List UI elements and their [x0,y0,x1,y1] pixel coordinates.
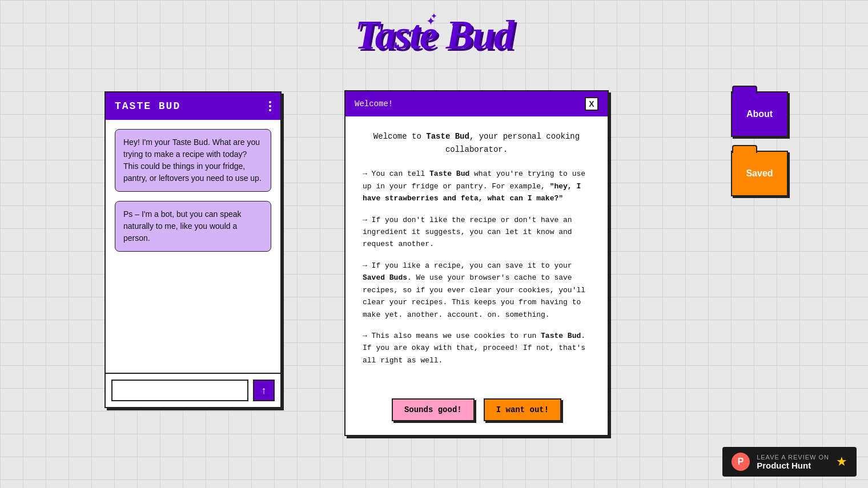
send-button[interactable]: ↑ [253,380,275,401]
saved-folder-button[interactable]: Saved [731,151,788,196]
message-2: Ps – I'm a bot, but you can speak natura… [115,201,271,252]
chat-title: TASTE BUD [115,100,180,112]
modal-header: Welcome! X [345,91,608,116]
modal-para-1: → You can tell Taste Bud what you're try… [363,168,590,204]
modal-title: Welcome! [355,99,393,108]
chat-messages: Hey! I'm your Taste Bud. What are you tr… [106,120,280,373]
menu-dot-1 [269,101,271,103]
product-hunt-top-text: LEAVE A REVIEW ON [757,454,829,461]
modal-welcome-title: Welcome to Taste Bud, your personal cook… [363,130,590,156]
sounds-good-button[interactable]: Sounds good! [392,398,475,421]
sparkle-icon-2: ✦ [431,11,437,21]
sidebar: About Saved [731,91,788,196]
chat-panel: TASTE BUD Hey! I'm your Taste Bud. What … [105,91,282,408]
menu-dot-3 [269,109,271,111]
chat-input-area: ↑ [106,373,280,407]
modal-para-4: → This also means we use cookies to run … [363,330,590,366]
modal-close-button[interactable]: X [585,97,598,111]
modal-footer: Sounds good! I want out! [345,389,608,435]
product-hunt-text: LEAVE A REVIEW ON Product Hunt [757,454,829,470]
want-out-button[interactable]: I want out! [484,398,561,421]
menu-button[interactable] [269,101,271,111]
welcome-modal: Welcome! X Welcome to Taste Bud, your pe… [344,90,609,436]
chat-input[interactable] [111,380,248,401]
product-hunt-bottom-text: Product Hunt [757,461,829,470]
product-hunt-logo: P [732,453,750,471]
logo-container: ✦ ✦ Taste Bud [355,11,513,59]
modal-para-3: → If you like a recipe, you can save it … [363,260,590,321]
message-1: Hey! I'm your Taste Bud. What are you tr… [115,129,271,192]
header: ✦ ✦ Taste Bud [355,11,513,59]
menu-dot-2 [269,105,271,107]
product-hunt-star-icon: ★ [836,454,847,469]
modal-para-2: → If you don't like the recipe or don't … [363,214,590,251]
about-folder-button[interactable]: About [731,91,788,137]
chat-header: TASTE BUD [106,92,280,120]
product-hunt-badge[interactable]: P LEAVE A REVIEW ON Product Hunt ★ [722,447,857,477]
modal-body: Welcome to Taste Bud, your personal cook… [345,116,608,389]
